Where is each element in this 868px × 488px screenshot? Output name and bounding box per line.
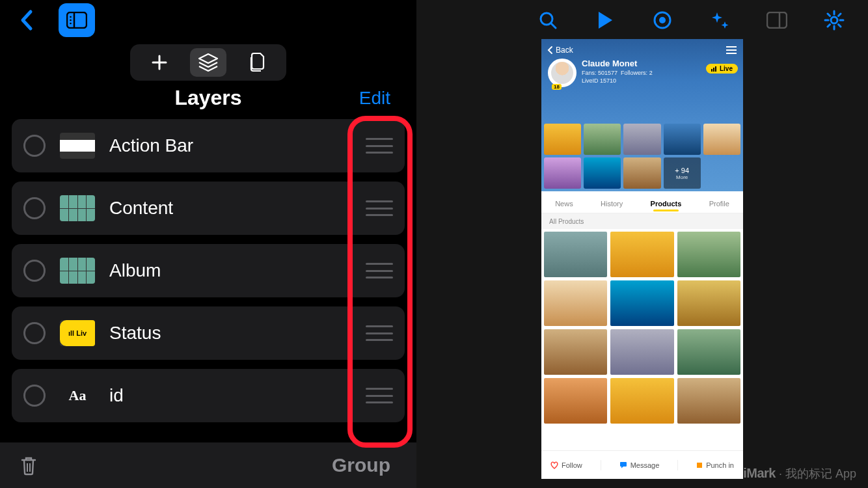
layer-thumbnail [60,133,95,159]
play-button[interactable] [593,8,617,32]
preview-tabs: News History Products Profile [541,194,743,213]
gallery-item[interactable] [544,232,607,277]
svg-line-11 [551,23,556,28]
hero-thumb[interactable] [544,157,581,189]
layer-row[interactable]: Aa id [12,369,405,422]
svg-rect-28 [715,66,716,72]
preview-header: Back 18 Claude Monet Fans: 501577 [541,39,743,124]
layer-thumbnail [60,195,95,221]
drag-handle-icon[interactable] [366,325,393,341]
hero-thumb[interactable] [584,157,621,189]
gallery-item[interactable] [677,378,740,424]
drag-handle-icon[interactable] [366,138,393,154]
layer-row[interactable]: ıll Liv Status [12,306,405,360]
svg-line-22 [828,14,830,16]
layer-row[interactable]: Action Bar [12,119,405,172]
gallery-item[interactable] [544,280,607,326]
layer-row[interactable]: Album [12,244,405,297]
layer-name: Content [109,198,173,219]
message-button[interactable]: Message [619,461,660,469]
title-row: Layers Edit [0,81,416,119]
add-mode-button[interactable] [141,48,178,77]
profile-stats: Fans: 501577 Followers: 2 [582,70,653,76]
preview-back-button[interactable]: Back [547,46,573,55]
preview-subheader: All Products [541,213,743,229]
layers-mode-button[interactable] [190,48,226,77]
layer-row[interactable]: Content [12,182,405,235]
separator [601,460,601,470]
pages-mode-button[interactable] [239,48,275,77]
layers-panel: Layers Edit Action Bar Content Album [0,0,416,488]
drag-handle-icon[interactable] [366,388,393,403]
select-radio[interactable] [23,197,46,219]
chevron-left-icon [19,9,33,31]
preview-menu-button[interactable] [726,46,737,54]
hero-thumb[interactable] [623,157,660,189]
search-button[interactable] [536,8,560,32]
hero-thumb[interactable] [584,124,621,155]
svg-line-23 [839,25,841,27]
punch-button[interactable]: Punch in [696,461,734,469]
avatar[interactable] [548,59,576,87]
edit-button[interactable]: Edit [359,88,390,109]
preview-nav: Back [541,39,743,55]
gallery-item[interactable] [677,232,740,277]
select-radio[interactable] [23,135,46,157]
footer-bar: Group [0,442,416,488]
select-radio[interactable] [23,260,46,282]
hero-thumb[interactable] [544,124,581,155]
select-radio[interactable] [23,322,46,344]
gear-icon [824,10,845,31]
layer-name: Album [109,260,161,281]
group-button[interactable]: Group [332,454,390,476]
svg-point-4 [70,23,72,25]
tab-profile[interactable]: Profile [709,200,729,208]
gallery-item[interactable] [544,329,607,375]
preview-gallery [541,229,743,450]
follow-button[interactable]: Follow [550,461,582,469]
search-icon [538,10,558,30]
gallery-item[interactable] [610,232,673,277]
settings-button[interactable] [822,8,846,32]
select-radio[interactable] [23,385,46,407]
svg-point-2 [70,16,72,18]
drag-handle-icon[interactable] [366,200,393,216]
panel-toggle-button[interactable] [59,3,95,37]
panel-right-button[interactable] [765,8,789,32]
hero-more-button[interactable]: + 94 More [664,157,701,189]
svg-marker-12 [599,12,612,29]
documents-icon [247,52,267,73]
gallery-item[interactable] [677,329,740,375]
gallery-item[interactable] [610,378,673,424]
tab-history[interactable]: History [601,200,623,208]
drag-handle-icon[interactable] [366,263,393,278]
svg-rect-26 [711,69,712,72]
back-button[interactable] [13,7,39,33]
sidebar-icon [66,12,87,29]
live-badge[interactable]: Live [706,64,738,74]
avatar-wrap: 18 [548,59,576,87]
tab-products[interactable]: Products [651,200,682,208]
bars-icon [711,66,718,72]
svg-rect-31 [697,463,702,468]
hero-thumb[interactable] [623,124,660,155]
record-button[interactable] [651,8,674,32]
sparkle-icon [709,10,730,31]
layer-thumbnail: Aa [60,383,95,409]
tab-news[interactable]: News [555,200,573,208]
hero-thumb[interactable] [703,124,740,155]
svg-line-24 [839,14,841,16]
gallery-item[interactable] [544,378,607,424]
profile-liveid: LiveID 15710 [582,77,653,84]
svg-point-14 [659,17,666,23]
gallery-item[interactable] [677,280,740,326]
gallery-item[interactable] [610,329,673,375]
trash-icon [20,455,38,476]
delete-button[interactable] [20,455,38,476]
hero-thumb[interactable] [664,124,701,155]
heart-icon [550,461,558,469]
svg-rect-27 [713,68,714,72]
layer-thumbnail: ıll Liv [60,320,95,346]
effects-button[interactable] [708,8,731,32]
gallery-item[interactable] [610,280,673,326]
